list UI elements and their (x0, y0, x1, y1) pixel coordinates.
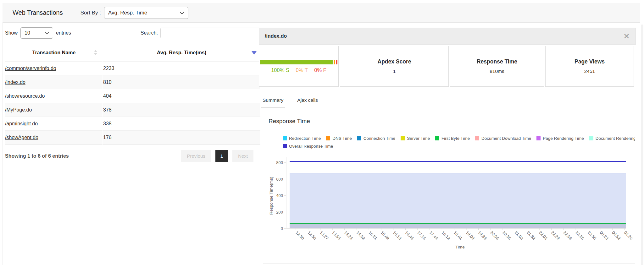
transactions-table: Transaction Name Avg. Resp. Time(ms) /co… (5, 44, 260, 144)
legend-label: Server Time (407, 136, 430, 141)
svg-text:23:26: 23:26 (575, 230, 585, 241)
avg-resp-time-cell: 2233 (103, 62, 260, 75)
svg-text:14:52: 14:52 (355, 230, 366, 241)
table-controls: Show 10 entries Search: (5, 27, 260, 39)
legend-item[interactable]: Document Rendering Time (589, 136, 635, 141)
legend-swatch-icon (536, 136, 541, 140)
apdex-frustrated-segment (336, 60, 337, 64)
svg-text:18:12: 18:12 (441, 230, 451, 241)
legend-item[interactable]: Document Download Time (475, 136, 531, 141)
apdex-meter-bar (260, 60, 337, 64)
legend-item[interactable]: First Byte Time (435, 136, 470, 141)
legend-label: Overall Response Time (289, 144, 333, 149)
transaction-link[interactable]: /index.do (5, 79, 25, 85)
svg-text:Time: Time (455, 245, 465, 249)
avg-resp-time-cell: 378 (103, 103, 260, 117)
apdex-score-card: Apdex Score 1 (340, 46, 449, 87)
chart-legend: Redirection TimeDNS TimeConnection TimeS… (283, 136, 635, 149)
svg-text:20:35: 20:35 (502, 230, 512, 241)
detail-tabs: Summary Ajax calls (259, 97, 636, 107)
table-footer: Showing 1 to 6 of 6 entries Previous 1 N… (5, 150, 260, 162)
current-page-button[interactable]: 1 (215, 150, 228, 162)
table-row: /showAgent.do176 (5, 131, 260, 144)
legend-item[interactable]: DNS Time (326, 136, 352, 141)
previous-page-button[interactable]: Previous (181, 150, 211, 162)
svg-text:19:38: 19:38 (477, 230, 488, 241)
legend-swatch-icon (283, 136, 287, 140)
next-page-button[interactable]: Next (232, 150, 253, 162)
svg-text:600: 600 (276, 177, 283, 182)
legend-item[interactable]: Overall Response Time (283, 144, 333, 149)
sort-by-select[interactable]: Avg. Resp. Time (104, 7, 188, 19)
legend-item[interactable]: Page Rendering Time (536, 136, 584, 141)
entries-label: entries (56, 30, 71, 36)
search-label: Search: (141, 30, 158, 36)
transaction-link[interactable]: /showAgent.do (5, 135, 38, 140)
vertical-scrollbar[interactable] (641, 25, 643, 265)
svg-text:21:03: 21:03 (514, 230, 525, 241)
svg-text:13:55: 13:55 (331, 230, 342, 241)
transactions-panel: Show 10 entries Search: Transaction Name (5, 27, 260, 162)
avg-resp-time-cell: 404 (103, 89, 260, 103)
svg-text:16:18: 16:18 (392, 230, 403, 241)
transaction-link[interactable]: /common/serverinfo.do (5, 66, 56, 71)
topbar: Web Transactions Sort By : Avg. Resp. Ti… (3, 3, 640, 23)
legend-item[interactable]: Connection Time (357, 136, 395, 141)
sort-desc-icon (252, 51, 257, 55)
apdex-satisfied-label: 100% S (271, 67, 289, 73)
table-info: Showing 1 to 6 of 6 entries (5, 153, 69, 159)
avg-resp-time-cell: 338 (103, 117, 260, 131)
table-row: /apminsight.do338 (5, 117, 260, 131)
svg-text:12:30: 12:30 (295, 230, 305, 241)
column-header-transaction-name[interactable]: Transaction Name (5, 44, 103, 62)
close-icon[interactable]: ✕ (623, 32, 630, 40)
legend-swatch-icon (401, 136, 405, 140)
page-length-select[interactable]: 10 (20, 27, 53, 39)
detail-panel-title: /index.do (265, 33, 287, 39)
svg-text:16:46: 16:46 (404, 230, 415, 241)
table-row: /common/serverinfo.do2233 (5, 62, 260, 75)
svg-text:14:24: 14:24 (343, 230, 354, 241)
svg-text:22:58: 22:58 (562, 230, 573, 241)
legend-swatch-icon (475, 136, 479, 140)
apdex-meter-card: 100% S 0% T 0% F (259, 46, 339, 87)
page-left-border (3, 23, 3, 265)
summary-cards: 100% S 0% T 0% F Apdex Score 1 Response … (259, 46, 636, 87)
legend-label: Connection Time (364, 136, 395, 141)
legend-item[interactable]: Redirection Time (283, 136, 321, 141)
apdex-tolerating-label: 0% T (296, 67, 308, 73)
svg-text:800: 800 (276, 160, 283, 165)
column-header-avg-resp-time[interactable]: Avg. Resp. Time(ms) (103, 44, 260, 62)
svg-text:17:15: 17:15 (416, 230, 427, 241)
page-length-value: 10 (25, 30, 30, 36)
table-row: /MyPage.do378 (5, 103, 260, 117)
card-title: Response Time (477, 58, 517, 65)
page-views-card: Page Views 2451 (545, 46, 634, 87)
tab-ajax-calls[interactable]: Ajax calls (295, 97, 319, 107)
transaction-link[interactable]: /showresource.do (5, 93, 45, 99)
avg-resp-time-cell: 176 (103, 131, 260, 144)
svg-text:22:29: 22:29 (550, 230, 561, 241)
svg-text:15:21: 15:21 (368, 230, 378, 241)
svg-text:13:27: 13:27 (319, 230, 330, 241)
svg-text:18:41: 18:41 (453, 230, 464, 241)
svg-text:21:32: 21:32 (526, 230, 536, 241)
legend-label: Redirection Time (289, 136, 321, 141)
transaction-link[interactable]: /apminsight.do (5, 121, 38, 126)
tab-summary[interactable]: Summary (261, 97, 285, 107)
response-time-chart: 020040060080012:3012:5813:2713:5514:2414… (268, 152, 632, 255)
legend-swatch-icon (589, 136, 593, 140)
sort-by-label: Sort By : (80, 10, 101, 16)
chevron-down-icon (45, 30, 49, 36)
avg-resp-time-cell: 810 (103, 75, 260, 89)
svg-text:400: 400 (276, 193, 283, 198)
legend-item[interactable]: Server Time (401, 136, 430, 141)
search-input[interactable] (160, 28, 260, 38)
show-label: Show (5, 30, 18, 36)
transaction-link[interactable]: /MyPage.do (5, 107, 32, 112)
legend-swatch-icon (326, 136, 330, 140)
show-entries-control: Show 10 entries (5, 27, 71, 39)
search-control: Search: (141, 28, 260, 38)
table-row: /index.do810 (5, 75, 260, 89)
legend-row: Overall Response Time (283, 144, 635, 149)
